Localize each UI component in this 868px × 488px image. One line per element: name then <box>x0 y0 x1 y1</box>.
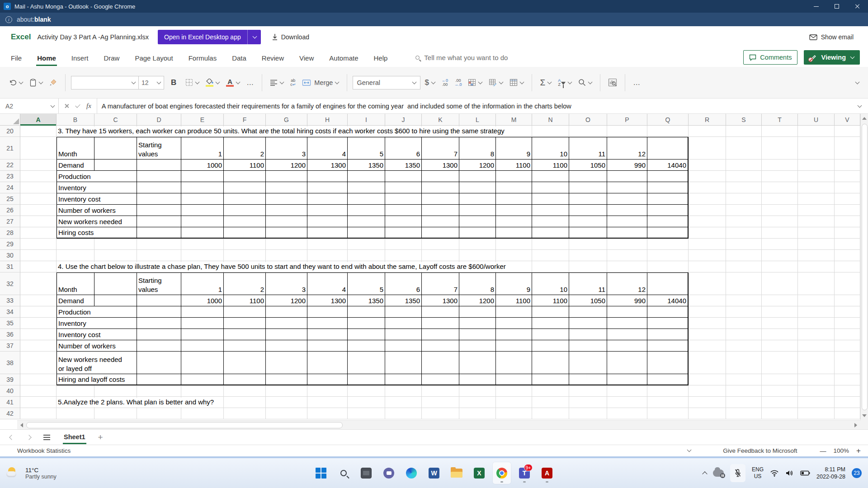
taskbar-search-button[interactable] <box>335 462 353 484</box>
cell-G42[interactable] <box>266 408 307 419</box>
cell-T27[interactable] <box>762 216 798 227</box>
cell-K34[interactable] <box>422 306 459 318</box>
cell-I39[interactable] <box>348 374 385 385</box>
cell-R38[interactable] <box>689 352 726 374</box>
bold-button[interactable]: B <box>166 75 181 90</box>
cell-F21[interactable]: 2 <box>224 137 266 160</box>
cell-K36[interactable] <box>422 329 459 340</box>
cell-V28[interactable] <box>835 227 860 239</box>
cell-B42[interactable] <box>57 408 94 419</box>
cell-V34[interactable] <box>835 306 860 318</box>
cell-S40[interactable] <box>726 385 762 397</box>
previous-sheet-button[interactable] <box>5 436 18 439</box>
insert-function-icon[interactable]: fx <box>86 102 91 110</box>
cell-H35[interactable] <box>307 318 348 329</box>
cell-V29[interactable] <box>835 239 860 250</box>
name-box[interactable]: A2 <box>0 99 59 113</box>
cell-A34[interactable] <box>20 306 57 318</box>
edge-button[interactable] <box>402 462 420 484</box>
cell-C30[interactable] <box>94 250 137 261</box>
cell-Q26[interactable] <box>647 205 689 216</box>
cell-V31[interactable] <box>835 261 860 272</box>
cell-J29[interactable] <box>385 239 422 250</box>
cell-H26[interactable] <box>307 205 348 216</box>
cell-U38[interactable] <box>798 352 835 374</box>
cell-S25[interactable] <box>726 193 762 205</box>
cell-A26[interactable] <box>20 205 57 216</box>
cancel-entry-icon[interactable] <box>64 103 69 108</box>
cell-T31[interactable] <box>762 261 798 272</box>
cell-F42[interactable] <box>224 408 266 419</box>
cell-H28[interactable] <box>307 227 348 239</box>
cell-N36[interactable] <box>532 329 569 340</box>
cell-C22[interactable] <box>94 160 137 171</box>
cell-T32[interactable] <box>762 272 798 295</box>
cell-L39[interactable] <box>459 374 496 385</box>
column-header-A[interactable]: A <box>20 114 57 126</box>
close-button[interactable] <box>847 0 868 13</box>
cell-I29[interactable] <box>348 239 385 250</box>
cell-N24[interactable] <box>532 182 569 193</box>
cell-O33[interactable]: 1050 <box>569 295 607 306</box>
cell-K24[interactable] <box>422 182 459 193</box>
cell-B23[interactable]: Production <box>57 171 137 182</box>
column-header-N[interactable]: N <box>532 114 569 126</box>
cell-A29[interactable] <box>20 239 57 250</box>
cell-H41[interactable] <box>307 397 348 408</box>
cell-R31[interactable] <box>689 261 726 272</box>
cell-S39[interactable] <box>726 374 762 385</box>
cell-I25[interactable] <box>348 193 385 205</box>
cell-P33[interactable]: 990 <box>607 295 647 306</box>
cell-R29[interactable] <box>689 239 726 250</box>
column-header-G[interactable]: G <box>266 114 307 126</box>
maximize-button[interactable] <box>826 0 847 13</box>
cell-O35[interactable] <box>569 318 607 329</box>
column-header-S[interactable]: S <box>726 114 762 126</box>
cell-F40[interactable] <box>224 385 266 397</box>
cell-O38[interactable] <box>569 352 607 374</box>
cell-R27[interactable] <box>689 216 726 227</box>
confirm-entry-icon[interactable] <box>75 103 80 108</box>
cell-E30[interactable] <box>181 250 224 261</box>
cell-U36[interactable] <box>798 329 835 340</box>
row-header-42[interactable]: 42 <box>0 408 20 419</box>
row-header-25[interactable]: 25 <box>0 193 20 205</box>
cell-H32[interactable]: 4 <box>307 272 348 295</box>
tab-review[interactable]: Review <box>261 50 285 65</box>
cell-E33[interactable]: 1000 <box>181 295 224 306</box>
cell-L34[interactable] <box>459 306 496 318</box>
cell-Q35[interactable] <box>647 318 689 329</box>
cell-S32[interactable] <box>726 272 762 295</box>
cell-F26[interactable] <box>224 205 266 216</box>
cell-G39[interactable] <box>266 374 307 385</box>
cell-T22[interactable] <box>762 160 798 171</box>
cell-T34[interactable] <box>762 306 798 318</box>
cell-M28[interactable] <box>496 227 532 239</box>
cell-I22[interactable]: 1350 <box>348 160 385 171</box>
cell-V37[interactable] <box>835 340 860 352</box>
cell-O22[interactable]: 1050 <box>569 160 607 171</box>
cell-H39[interactable] <box>307 374 348 385</box>
cell-M26[interactable] <box>496 205 532 216</box>
cell-U22[interactable] <box>798 160 835 171</box>
fill-color-button[interactable] <box>203 76 222 89</box>
cell-T20[interactable] <box>762 126 798 137</box>
cell-T38[interactable] <box>762 352 798 374</box>
row-header-26[interactable]: 26 <box>0 205 20 216</box>
cell-A32[interactable] <box>20 272 57 295</box>
cell-P25[interactable] <box>607 193 647 205</box>
cell-R35[interactable] <box>689 318 726 329</box>
column-header-D[interactable]: D <box>137 114 181 126</box>
excel-logo[interactable]: Excel <box>11 33 31 42</box>
cell-U33[interactable] <box>798 295 835 306</box>
zoom-out-button[interactable]: — <box>820 447 826 455</box>
cell-B38[interactable]: New workers neededor layed off <box>57 352 137 374</box>
cell-P42[interactable] <box>607 408 647 419</box>
acrobat-button[interactable]: A <box>538 462 556 484</box>
cell-A35[interactable] <box>20 318 57 329</box>
cell-J28[interactable] <box>385 227 422 239</box>
cell-D32[interactable]: Startingvalues <box>137 272 181 295</box>
cell-N32[interactable]: 10 <box>532 272 569 295</box>
cell-E32[interactable]: 1 <box>181 272 224 295</box>
cell-Q36[interactable] <box>647 329 689 340</box>
